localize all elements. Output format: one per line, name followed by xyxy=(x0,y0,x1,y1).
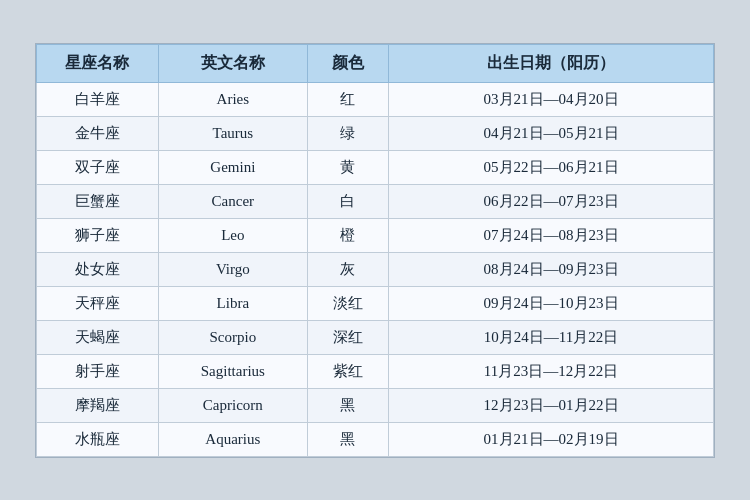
table-row: 狮子座Leo橙07月24日—08月23日 xyxy=(37,218,714,252)
cell-birth-date: 08月24日—09月23日 xyxy=(389,252,714,286)
zodiac-table: 星座名称 英文名称 颜色 出生日期（阳历） 白羊座Aries红03月21日—04… xyxy=(36,44,714,457)
cell-english-name: Taurus xyxy=(158,116,307,150)
cell-color: 橙 xyxy=(307,218,388,252)
cell-english-name: Cancer xyxy=(158,184,307,218)
table-row: 双子座Gemini黄05月22日—06月21日 xyxy=(37,150,714,184)
cell-color: 黑 xyxy=(307,422,388,456)
cell-chinese-name: 狮子座 xyxy=(37,218,159,252)
table-row: 天秤座Libra淡红09月24日—10月23日 xyxy=(37,286,714,320)
cell-english-name: Leo xyxy=(158,218,307,252)
cell-birth-date: 07月24日—08月23日 xyxy=(389,218,714,252)
table-row: 水瓶座Aquarius黑01月21日—02月19日 xyxy=(37,422,714,456)
table-row: 摩羯座Capricorn黑12月23日—01月22日 xyxy=(37,388,714,422)
cell-chinese-name: 摩羯座 xyxy=(37,388,159,422)
cell-chinese-name: 巨蟹座 xyxy=(37,184,159,218)
cell-birth-date: 11月23日—12月22日 xyxy=(389,354,714,388)
cell-color: 黄 xyxy=(307,150,388,184)
cell-birth-date: 10月24日—11月22日 xyxy=(389,320,714,354)
cell-english-name: Virgo xyxy=(158,252,307,286)
table-row: 射手座Sagittarius紫红11月23日—12月22日 xyxy=(37,354,714,388)
table-row: 天蝎座Scorpio深红10月24日—11月22日 xyxy=(37,320,714,354)
cell-birth-date: 12月23日—01月22日 xyxy=(389,388,714,422)
cell-color: 绿 xyxy=(307,116,388,150)
table-row: 巨蟹座Cancer白06月22日—07月23日 xyxy=(37,184,714,218)
header-english-name: 英文名称 xyxy=(158,44,307,82)
cell-color: 紫红 xyxy=(307,354,388,388)
cell-birth-date: 06月22日—07月23日 xyxy=(389,184,714,218)
cell-chinese-name: 射手座 xyxy=(37,354,159,388)
cell-english-name: Sagittarius xyxy=(158,354,307,388)
header-color: 颜色 xyxy=(307,44,388,82)
cell-english-name: Gemini xyxy=(158,150,307,184)
cell-birth-date: 03月21日—04月20日 xyxy=(389,82,714,116)
table-body: 白羊座Aries红03月21日—04月20日金牛座Taurus绿04月21日—0… xyxy=(37,82,714,456)
table-row: 白羊座Aries红03月21日—04月20日 xyxy=(37,82,714,116)
cell-english-name: Capricorn xyxy=(158,388,307,422)
header-chinese-name: 星座名称 xyxy=(37,44,159,82)
cell-chinese-name: 白羊座 xyxy=(37,82,159,116)
cell-birth-date: 09月24日—10月23日 xyxy=(389,286,714,320)
cell-birth-date: 01月21日—02月19日 xyxy=(389,422,714,456)
cell-chinese-name: 处女座 xyxy=(37,252,159,286)
cell-chinese-name: 金牛座 xyxy=(37,116,159,150)
cell-birth-date: 05月22日—06月21日 xyxy=(389,150,714,184)
cell-color: 淡红 xyxy=(307,286,388,320)
cell-chinese-name: 天秤座 xyxy=(37,286,159,320)
table-row: 处女座Virgo灰08月24日—09月23日 xyxy=(37,252,714,286)
cell-color: 灰 xyxy=(307,252,388,286)
cell-english-name: Libra xyxy=(158,286,307,320)
cell-color: 红 xyxy=(307,82,388,116)
cell-color: 黑 xyxy=(307,388,388,422)
cell-color: 深红 xyxy=(307,320,388,354)
cell-chinese-name: 天蝎座 xyxy=(37,320,159,354)
table-header-row: 星座名称 英文名称 颜色 出生日期（阳历） xyxy=(37,44,714,82)
cell-chinese-name: 双子座 xyxy=(37,150,159,184)
cell-color: 白 xyxy=(307,184,388,218)
table-row: 金牛座Taurus绿04月21日—05月21日 xyxy=(37,116,714,150)
zodiac-table-container: 星座名称 英文名称 颜色 出生日期（阳历） 白羊座Aries红03月21日—04… xyxy=(35,43,715,458)
cell-birth-date: 04月21日—05月21日 xyxy=(389,116,714,150)
cell-english-name: Aquarius xyxy=(158,422,307,456)
cell-english-name: Scorpio xyxy=(158,320,307,354)
cell-chinese-name: 水瓶座 xyxy=(37,422,159,456)
header-birth-date: 出生日期（阳历） xyxy=(389,44,714,82)
cell-english-name: Aries xyxy=(158,82,307,116)
